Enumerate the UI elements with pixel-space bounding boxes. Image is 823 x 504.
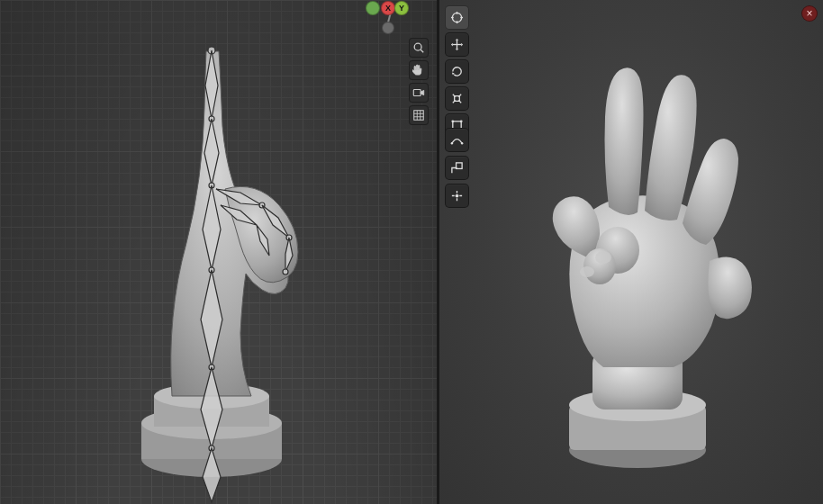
close-glyph: × — [806, 7, 812, 20]
scale-icon[interactable] — [445, 86, 469, 111]
translate-icon[interactable] — [445, 32, 469, 57]
svg-point-47 — [451, 142, 453, 144]
camera-icon[interactable] — [409, 83, 429, 103]
svg-point-50 — [456, 194, 459, 198]
viewport-mini-toolbar — [409, 38, 430, 125]
axis-gizmo[interactable]: X Y — [371, 4, 405, 38]
svg-point-29 — [580, 266, 594, 277]
viewport-left[interactable]: X Y — [0, 0, 439, 504]
axis-y-handle[interactable]: Y — [394, 1, 409, 15]
svg-point-48 — [461, 142, 463, 144]
svg-line-15 — [421, 50, 423, 52]
svg-point-13 — [283, 269, 288, 274]
viewport-split: X Y — [0, 0, 823, 504]
svg-rect-16 — [413, 90, 421, 96]
svg-rect-17 — [414, 111, 424, 121]
rotate-icon[interactable] — [445, 59, 469, 84]
annotate-icon[interactable] — [445, 156, 469, 180]
pan-icon[interactable] — [409, 60, 429, 80]
hand-mesh-shaded — [493, 27, 782, 495]
svg-point-14 — [414, 43, 421, 50]
svg-point-44 — [460, 120, 463, 122]
cursor-icon[interactable] — [445, 184, 469, 208]
svg-point-43 — [451, 120, 454, 122]
tool-toolbar-transform — [445, 5, 469, 138]
hand-mesh-armature — [86, 0, 356, 504]
measure-icon[interactable] — [445, 128, 469, 152]
move-gizmo-icon[interactable] — [445, 5, 469, 30]
perspective-icon[interactable] — [409, 105, 429, 125]
axis-neg-handle[interactable] — [382, 22, 394, 34]
zoom-icon[interactable] — [409, 38, 429, 58]
close-icon[interactable]: × — [801, 5, 818, 22]
svg-rect-49 — [457, 163, 463, 169]
viewport-right[interactable]: × — [439, 0, 823, 504]
tool-toolbar-annotate — [445, 128, 469, 208]
axis-z-handle[interactable] — [366, 1, 380, 15]
axis-x-handle[interactable]: X — [381, 1, 395, 15]
svg-point-28 — [595, 251, 611, 264]
svg-point-30 — [452, 13, 461, 22]
